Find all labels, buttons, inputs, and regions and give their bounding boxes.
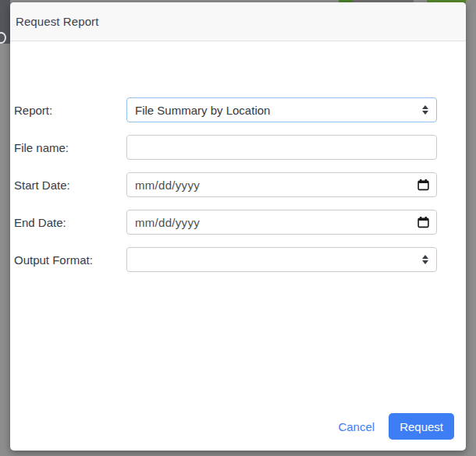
- end-date-label: End Date:: [14, 216, 126, 229]
- start-date-label: Start Date:: [14, 179, 126, 192]
- end-date-field: mm/dd/yyyy: [126, 210, 437, 235]
- end-date-input[interactable]: mm/dd/yyyy: [126, 210, 437, 235]
- up-down-arrows-icon: [422, 255, 428, 264]
- calendar-icon[interactable]: [417, 179, 430, 192]
- request-button[interactable]: Request: [389, 413, 454, 440]
- form-row-file-name: File name:: [14, 135, 466, 160]
- form-row-output-format: Output Format:: [14, 247, 466, 272]
- output-format-select[interactable]: [126, 247, 437, 272]
- report-field: File Summary by Location: [126, 97, 437, 122]
- end-date-placeholder: mm/dd/yyyy: [135, 216, 200, 229]
- dialog-title: Request Report: [16, 15, 98, 28]
- form-row-end-date: End Date: mm/dd/yyyy: [14, 210, 466, 235]
- dialog-footer: Cancel Request: [332, 413, 454, 440]
- dialog-body: Report: File Summary by Location File na…: [10, 41, 466, 272]
- start-date-field: mm/dd/yyyy: [126, 172, 437, 197]
- report-label: Report:: [14, 104, 126, 117]
- dialog-header: Request Report: [10, 2, 466, 41]
- up-down-arrows-icon: [422, 105, 428, 115]
- report-select-value: File Summary by Location: [135, 104, 270, 117]
- output-format-label: Output Format:: [14, 253, 126, 267]
- report-select[interactable]: File Summary by Location: [126, 97, 437, 122]
- request-report-dialog: Request Report Report: File Summary by L…: [10, 2, 466, 451]
- file-name-input[interactable]: [126, 135, 437, 160]
- calendar-icon[interactable]: [417, 216, 430, 229]
- start-date-input[interactable]: mm/dd/yyyy: [126, 172, 437, 197]
- file-name-field: [126, 135, 437, 160]
- form-row-report: Report: File Summary by Location: [14, 97, 466, 122]
- form-row-start-date: Start Date: mm/dd/yyyy: [14, 172, 466, 197]
- start-date-placeholder: mm/dd/yyyy: [135, 179, 200, 192]
- file-name-label: File name:: [14, 141, 126, 154]
- output-format-field: [126, 247, 437, 272]
- cancel-button[interactable]: Cancel: [332, 415, 381, 438]
